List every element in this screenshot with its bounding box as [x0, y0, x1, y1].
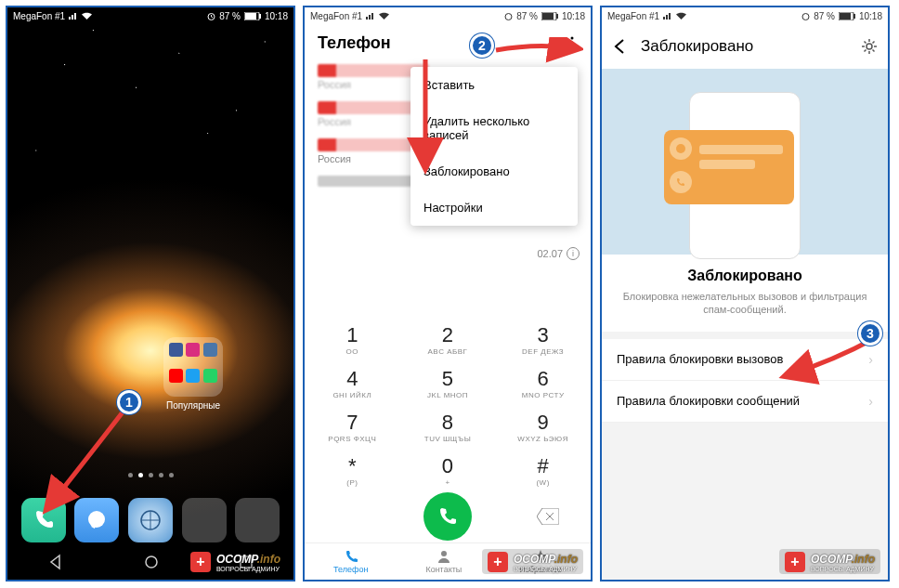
overflow-menu: Вставить Удалить несколько записей Забло… — [410, 67, 578, 226]
blocked-title: Заблокировано — [620, 268, 869, 284]
key-6[interactable]: 6MNO РСТУ — [495, 361, 591, 405]
app-title: Телефон — [305, 24, 591, 59]
svg-point-16 — [802, 13, 809, 20]
dialpad: 1ОО 2ABC АБВГ 3DEF ДЕЖЗ 4GHI ИЙКЛ 5JKL М… — [305, 318, 591, 541]
svg-rect-10 — [542, 13, 554, 20]
svg-point-4 — [88, 511, 105, 528]
watermark-plus-icon: + — [190, 552, 211, 572]
gear-icon[interactable] — [860, 37, 879, 56]
chevron-right-icon: › — [868, 394, 873, 409]
svg-point-6 — [146, 556, 157, 568]
battery-icon — [541, 12, 558, 20]
key-star[interactable]: *(P) — [305, 449, 400, 492]
svg-point-21 — [676, 144, 685, 153]
info-icon[interactable]: i — [567, 247, 580, 260]
svg-point-13 — [571, 42, 574, 45]
browser-app-icon[interactable] — [128, 498, 173, 542]
svg-point-15 — [441, 551, 447, 556]
folder-label: Популярные — [160, 400, 227, 411]
alarm-icon — [504, 12, 513, 20]
key-3[interactable]: 3DEF ДЕЖЗ — [495, 318, 591, 361]
row-sms-rules[interactable]: Правила блокировки сообщений › — [602, 381, 888, 423]
key-9[interactable]: 9WXYZ ЬЭЮЯ — [495, 405, 591, 449]
battery-icon — [244, 12, 261, 20]
key-5[interactable]: 5JKL МНОП — [400, 361, 496, 405]
menu-blocked[interactable]: Заблокировано — [410, 153, 578, 189]
time-label: 10:18 — [562, 11, 585, 21]
home-folder[interactable]: Популярные — [160, 337, 227, 411]
annotation-badge-3: 3 — [858, 321, 882, 346]
time-label: 10:18 — [265, 11, 288, 21]
hero-call-icon — [670, 171, 692, 193]
status-bar: MegaFon #1 87 % 10:18 — [7, 7, 293, 24]
key-2[interactable]: 2ABC АБВГ — [400, 318, 496, 361]
wifi-icon — [676, 12, 686, 20]
signal-icon — [663, 12, 672, 20]
home-icon[interactable] — [144, 555, 159, 569]
page-indicator — [7, 473, 293, 477]
status-bar: MegaFon #1 87 % 10:18 — [305, 7, 591, 24]
key-hash[interactable]: #(W) — [495, 449, 591, 492]
chevron-right-icon: › — [868, 352, 873, 367]
back-icon[interactable] — [47, 554, 64, 570]
signal-icon — [366, 12, 375, 20]
wifi-icon — [82, 12, 92, 20]
time-label: 10:18 — [859, 11, 882, 21]
battery-icon — [839, 12, 855, 20]
call-date: 02.07 i — [537, 247, 580, 260]
menu-delete-multiple[interactable]: Удалить несколько записей — [410, 103, 578, 153]
dock-folder-google[interactable] — [182, 498, 227, 542]
tab-phone[interactable]: Телефон — [333, 549, 368, 574]
back-arrow-icon[interactable] — [611, 37, 630, 56]
battery-label: 87 % — [516, 11, 538, 21]
carrier-label: MegaFon #1 — [13, 11, 65, 21]
wifi-icon — [379, 12, 389, 20]
svg-point-8 — [505, 13, 512, 20]
alarm-icon — [207, 12, 215, 20]
watermark-plus-icon: + — [785, 552, 805, 572]
wallpaper — [7, 7, 293, 580]
hero-illustration — [602, 69, 888, 255]
phone-blocked-screen: MegaFon #1 87 % 10:18 Заблокировано — [600, 6, 890, 581]
battery-label: 87 % — [814, 11, 835, 21]
screen-title: Заблокировано — [641, 37, 849, 56]
key-7[interactable]: 7PQRS ФХЦЧ — [305, 405, 400, 449]
phone-app-icon[interactable] — [21, 498, 66, 542]
backspace-icon[interactable] — [537, 508, 559, 525]
svg-rect-18 — [840, 13, 851, 20]
row-call-rules[interactable]: Правила блокировки вызовов › — [602, 339, 888, 381]
menu-paste[interactable]: Вставить — [410, 67, 578, 103]
folder-grid — [163, 337, 223, 397]
status-bar: MegaFon #1 87 % 10:18 — [602, 7, 888, 24]
svg-rect-19 — [853, 14, 855, 19]
key-0[interactable]: 0+ — [400, 449, 496, 492]
carrier-label: MegaFon #1 — [607, 11, 659, 21]
svg-rect-11 — [556, 14, 558, 19]
key-1[interactable]: 1ОО — [305, 318, 400, 361]
more-icon[interactable] — [565, 35, 580, 50]
menu-settings[interactable]: Настройки — [410, 189, 578, 226]
screen-header: Заблокировано — [602, 24, 888, 69]
watermark: + OCOMP.info ВОПРОСЫ АДМИНУ — [779, 549, 880, 574]
phone-home-screen: MegaFon #1 87 % 10:18 Популярные — [6, 6, 295, 581]
key-8[interactable]: 8TUV ШЩЪЫ — [400, 405, 496, 449]
svg-point-12 — [571, 37, 574, 40]
svg-rect-3 — [259, 14, 261, 19]
hero-chat-icon — [670, 137, 692, 160]
dock-folder-apps[interactable] — [235, 498, 280, 542]
dock — [7, 498, 293, 542]
phone-dialer-screen: MegaFon #1 87 % 10:18 Телефон Россия Рос… — [303, 6, 593, 581]
signal-icon — [69, 12, 78, 20]
svg-point-14 — [571, 46, 574, 49]
carrier-label: MegaFon #1 — [310, 11, 362, 21]
svg-rect-2 — [245, 13, 256, 20]
watermark: + OCOMP.info ВОПРОСЫ АДМИНУ — [482, 549, 583, 574]
call-button[interactable] — [423, 492, 472, 541]
watermark-plus-icon: + — [488, 552, 508, 572]
annotation-badge-2: 2 — [470, 33, 494, 58]
svg-point-20 — [866, 44, 872, 49]
messages-app-icon[interactable] — [74, 498, 119, 542]
key-4[interactable]: 4GHI ИЙКЛ — [305, 361, 400, 405]
settings-list: Правила блокировки вызовов › Правила бло… — [602, 339, 888, 423]
tab-contacts[interactable]: Контакты — [425, 549, 462, 574]
